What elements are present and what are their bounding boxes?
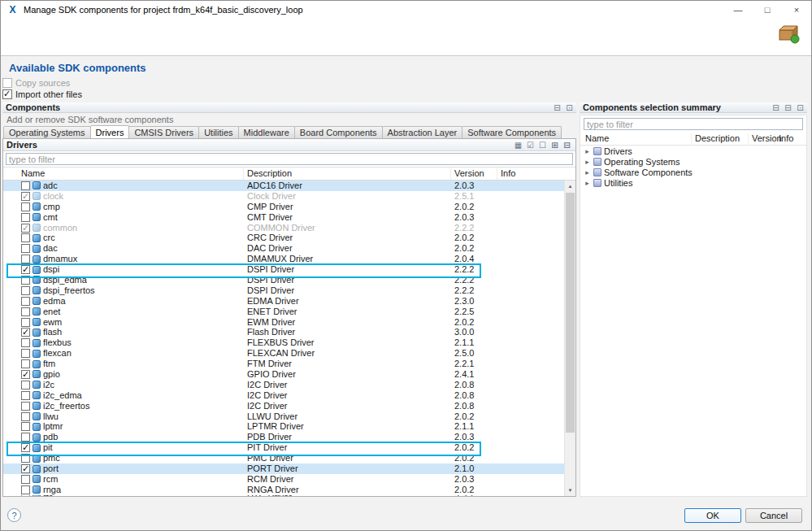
table-row[interactable]: ewm EWM Driver 2.0.2 — [3, 317, 564, 328]
cancel-button[interactable]: Cancel — [745, 508, 802, 523]
table-row[interactable]: i2c_edma I2C Driver 2.0.8 — [3, 390, 564, 401]
table-row[interactable]: dspi DSPI Driver 2.2.2 — [3, 264, 564, 275]
row-checkbox[interactable] — [21, 454, 30, 463]
show-selected-icon[interactable]: ▦ — [513, 140, 523, 150]
collapse-all-icon[interactable]: ⊟ — [562, 140, 572, 150]
option-checkbox-row[interactable]: Copy sources — [2, 77, 811, 88]
row-checkbox[interactable] — [21, 370, 30, 379]
row-checkbox[interactable] — [21, 276, 30, 285]
table-row[interactable]: dmamux DMAMUX Driver 2.0.4 — [3, 254, 564, 264]
table-row[interactable]: cmp CMP Driver 2.0.2 — [3, 202, 564, 212]
vertical-scrollbar[interactable]: ▲ ▼ — [564, 181, 575, 496]
column-header-description[interactable]: Description — [244, 168, 451, 180]
summary-tree-item[interactable]: ▸ Drivers — [580, 146, 806, 156]
table-row[interactable]: rnga RNGA Driver 2.0.2 — [3, 485, 564, 495]
minimize-panel-icon[interactable]: ⊟ — [783, 102, 793, 112]
row-checkbox[interactable] — [21, 265, 30, 274]
chevron-right-icon[interactable]: ▸ — [584, 158, 591, 166]
table-row[interactable]: i2c_freertos I2C Driver 2.0.8 — [3, 401, 564, 411]
category-tab[interactable]: Drivers — [90, 125, 130, 138]
maximize-button[interactable]: □ — [753, 1, 782, 19]
row-checkbox[interactable] — [21, 391, 30, 400]
row-checkbox[interactable] — [21, 349, 30, 358]
column-header-name[interactable]: Name — [580, 133, 692, 145]
expand-all-icon[interactable]: ⊞ — [549, 140, 560, 150]
row-checkbox[interactable] — [21, 181, 30, 190]
row-checkbox[interactable] — [21, 495, 30, 496]
table-row[interactable]: enet ENET Driver 2.2.5 — [3, 307, 564, 317]
row-checkbox[interactable] — [21, 202, 30, 211]
table-row[interactable]: rcm RCM Driver 2.0.3 — [3, 474, 564, 485]
row-checkbox[interactable] — [21, 224, 30, 233]
table-row[interactable]: ftm FTM Driver 2.2.1 — [3, 359, 564, 369]
row-checkbox[interactable] — [21, 443, 30, 452]
row-checkbox[interactable] — [21, 412, 30, 421]
table-row[interactable]: flash Flash Driver 3.0.0 — [3, 327, 564, 337]
chevron-right-icon[interactable]: ▸ — [584, 147, 591, 155]
row-checkbox[interactable] — [21, 213, 30, 222]
table-row[interactable]: clock Clock Driver 2.5.1 — [3, 191, 564, 202]
table-row[interactable]: port PORT Driver 2.1.0 — [3, 464, 564, 474]
table-row[interactable]: pdb PDB Driver 2.0.3 — [3, 432, 564, 442]
table-row[interactable]: crc CRC Driver 2.0.2 — [3, 233, 564, 243]
row-checkbox[interactable] — [21, 381, 30, 390]
row-checkbox[interactable] — [21, 255, 30, 263]
column-header-version[interactable]: Version — [749, 133, 775, 145]
option-checkbox-row[interactable]: Import other files — [2, 89, 811, 99]
summary-tree-item[interactable]: ▸ Utilities — [580, 177, 806, 188]
category-tab[interactable]: Utilities — [198, 126, 238, 138]
row-checkbox[interactable] — [21, 422, 30, 431]
collapse-all-icon[interactable]: ⊟ — [771, 102, 781, 112]
scroll-down-icon[interactable]: ▼ — [565, 485, 575, 496]
close-button[interactable]: × — [782, 1, 811, 19]
select-all-icon[interactable]: ☑ — [525, 140, 536, 150]
category-tab[interactable]: Software Components — [462, 126, 562, 138]
maximize-panel-icon[interactable]: ⊡ — [795, 102, 805, 112]
minimize-panel-icon[interactable]: ⊟ — [552, 102, 562, 112]
checkbox[interactable] — [2, 89, 12, 99]
table-row[interactable]: dspi_freertos DSPI Driver 2.2.2 — [3, 285, 564, 296]
row-checkbox[interactable] — [21, 402, 30, 411]
table-row[interactable]: pmc PMC Driver 2.0.2 — [3, 453, 564, 464]
row-checkbox[interactable] — [21, 464, 30, 473]
row-checkbox[interactable] — [21, 485, 30, 494]
checkbox[interactable] — [2, 78, 12, 88]
column-header-info[interactable]: Info — [497, 168, 575, 180]
ok-button[interactable]: OK — [684, 508, 741, 523]
column-header-version[interactable]: Version — [451, 168, 497, 180]
row-checkbox[interactable] — [21, 286, 30, 295]
chevron-right-icon[interactable]: ▸ — [584, 179, 591, 187]
maximize-panel-icon[interactable]: ⊡ — [564, 102, 575, 112]
summary-tree-item[interactable]: ▸ Operating Systems — [580, 156, 806, 167]
column-header-info[interactable]: Info — [775, 133, 806, 145]
row-checkbox[interactable] — [21, 475, 30, 484]
summary-filter-input[interactable] — [584, 118, 803, 130]
table-row[interactable]: dspi_edma DSPI Driver 2.2.2 — [3, 275, 564, 285]
summary-tree-item[interactable]: ▸ Software Components — [580, 167, 806, 177]
table-row[interactable]: flexcan FLEXCAN Driver 2.5.0 — [3, 348, 564, 359]
column-header-description[interactable]: Description — [692, 133, 749, 145]
category-tab[interactable]: CMSIS Drivers — [128, 126, 199, 138]
table-row[interactable]: rtc RTC Driver 2.2.1 — [3, 495, 564, 496]
table-row[interactable]: common COMMON Driver 2.2.2 — [3, 223, 564, 233]
table-row[interactable]: flexbus FLEXBUS Driver 2.1.1 — [3, 337, 564, 348]
row-checkbox[interactable] — [21, 233, 30, 242]
column-header-name[interactable]: Name — [3, 168, 244, 180]
table-row[interactable]: cmt CMT Driver 2.0.3 — [3, 212, 564, 223]
table-row[interactable]: lptmr LPTMR Driver 2.1.1 — [3, 421, 564, 432]
row-checkbox[interactable] — [21, 338, 30, 347]
row-checkbox[interactable] — [21, 307, 30, 316]
scrollbar-thumb[interactable] — [566, 193, 575, 433]
row-checkbox[interactable] — [21, 297, 30, 306]
category-tab[interactable]: Board Components — [294, 126, 383, 138]
minimize-button[interactable]: — — [723, 1, 753, 19]
row-checkbox[interactable] — [21, 328, 30, 337]
row-checkbox[interactable] — [21, 433, 30, 442]
chevron-right-icon[interactable]: ▸ — [584, 168, 591, 176]
row-checkbox[interactable] — [21, 359, 30, 368]
category-tab[interactable]: Operating Systems — [3, 126, 91, 138]
help-button[interactable]: ? — [7, 508, 21, 522]
row-checkbox[interactable] — [21, 192, 30, 201]
table-row[interactable]: gpio GPIO Driver 2.4.1 — [3, 369, 564, 380]
table-row[interactable]: i2c I2C Driver 2.0.8 — [3, 380, 564, 390]
